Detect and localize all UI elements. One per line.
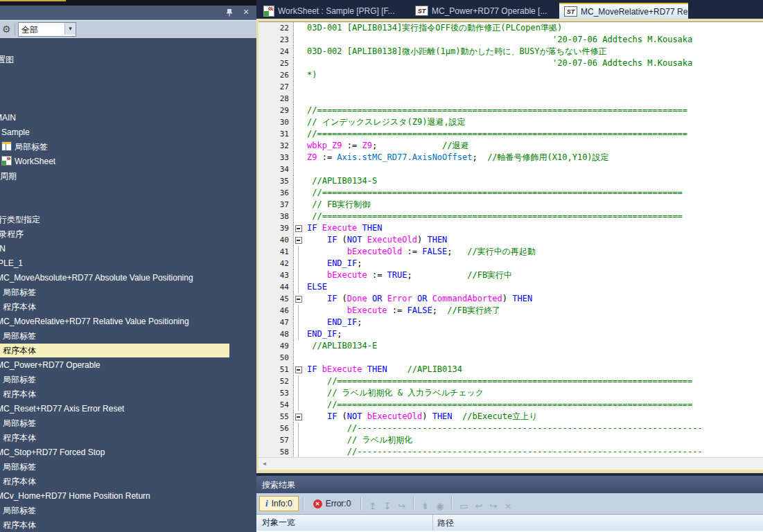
code-line[interactable]: 40 IF (NOT ExecuteOld) THEN (258, 234, 763, 246)
code-line[interactable]: 45 IF (Done OR Error OR CommandAborted) … (258, 293, 763, 305)
code-line[interactable]: 2203D-001 [APLIB0134]実行指令OFF後の動作修正(PLCop… (258, 22, 763, 34)
find-icon[interactable]: ◉ (436, 501, 444, 511)
line-number: 22 (258, 22, 294, 34)
tree-item[interactable]: 执行类型指定 (0, 213, 255, 227)
code-line[interactable]: 58 //-----------------------------------… (258, 446, 763, 458)
chevron-down-icon[interactable]: ▾ (64, 23, 76, 35)
tree-item[interactable]: 程序本体 (0, 518, 255, 532)
code-line[interactable]: 28 (258, 93, 763, 105)
code-line[interactable]: 42 END_IF; (258, 258, 763, 269)
tree-item[interactable]: 局部标签 (0, 140, 255, 154)
tree-item[interactable]: Sample (0, 125, 255, 139)
horizontal-scrollbar[interactable]: ◄ (258, 457, 763, 470)
nav-back-icon[interactable]: ↩ (475, 501, 483, 511)
error-filter-button[interactable]: ✕ Error:0 (308, 497, 357, 511)
code-line[interactable]: 35 //APLIB0134-S (258, 175, 763, 187)
tree-item[interactable]: 登录程序 (0, 227, 255, 241)
code-line[interactable]: 54 //===================================… (258, 399, 763, 411)
tree-item[interactable]: 局部标签 (0, 504, 255, 517)
code-line[interactable]: 51IF bExecute THEN //APLIB0134 (258, 364, 763, 375)
pin-icon[interactable] (225, 8, 234, 17)
code-line[interactable]: 34 (258, 163, 763, 175)
code-line[interactable]: 23 '20-07-06 Addtechs M.Kousaka (258, 34, 763, 46)
code-line[interactable]: 25 '20-07-06 Addtechs M.Kousaka (258, 57, 763, 69)
line-number: 49 (258, 340, 294, 352)
code-line[interactable]: 48END_IF; (258, 328, 763, 340)
jump-next-icon[interactable]: ↪ (398, 501, 405, 511)
tree-item[interactable]: 程序本体 (0, 387, 255, 401)
stop-icon[interactable]: ▭ (459, 501, 468, 511)
tree-item[interactable]: 局部标签 (0, 373, 255, 387)
code-line[interactable]: 56 //-----------------------------------… (258, 423, 763, 434)
tree-item[interactable]: 程序本体 (0, 300, 255, 314)
code-line[interactable]: 36 //===================================… (258, 187, 763, 199)
code-line[interactable]: 29//====================================… (258, 105, 763, 116)
fold-collapse-icon[interactable] (294, 364, 304, 375)
scroll-left-icon[interactable]: ◄ (258, 458, 270, 470)
code-line[interactable]: 57 // ラベル初期化 (258, 434, 763, 446)
fold-collapse-icon[interactable] (294, 234, 304, 246)
code-line[interactable]: 46 bExecute := FALSE; //FB実行終了 (258, 305, 763, 317)
code-line[interactable]: 33Z9 := Axis.stMC_RD77.AxisNoOffset; //軸… (258, 152, 763, 163)
code-line[interactable]: 30// インデックスレジスタ(Z9)退避,設定 (258, 116, 763, 128)
code-line[interactable]: 47 END_IF; (258, 317, 763, 328)
jump-first-icon[interactable]: ↥ (369, 501, 376, 511)
column-object-list[interactable]: 对象一览 (256, 515, 433, 531)
tree-item[interactable]: MAIN (0, 242, 255, 256)
code-line[interactable]: 31//====================================… (258, 128, 763, 140)
tree-item[interactable]: MC_MoveAbsolute+RD77 Absolute Value Posi… (0, 271, 255, 285)
tree-item[interactable]: WorkSheet (0, 154, 255, 168)
tab-mc-power[interactable]: ST MC_Power+RD77 Operable [... (410, 3, 557, 19)
code-line[interactable]: 49 //APLIB0134-E (258, 340, 763, 352)
code-line[interactable]: 55 IF (NOT bExecuteOld) THEN //bExecute立… (258, 411, 763, 423)
code-line[interactable]: 2403D-002 [APLIB0138]微小距離(1μm)動かした時に、BUS… (258, 46, 763, 57)
tree-item[interactable]: 局部标签 (0, 329, 255, 343)
tree-item[interactable]: MCv_Home+RD77 Home Position Return (0, 489, 255, 503)
clear-icon[interactable]: × (504, 501, 511, 511)
column-path[interactable]: 路径 (433, 515, 454, 531)
gear-icon[interactable]: ⚙ (2, 23, 11, 35)
tree-item[interactable]: 程序本体 (0, 431, 255, 445)
tree-item[interactable]: MC_Power+RD77 Operable (0, 358, 255, 372)
tree-item[interactable]: 程序本体 (0, 475, 255, 488)
code-line[interactable]: 38 //===================================… (258, 211, 763, 222)
tree-item[interactable]: 局部标签 (0, 460, 255, 474)
code-line[interactable]: 44ELSE (258, 281, 763, 293)
code-line[interactable]: 50 (258, 352, 763, 364)
tree-item[interactable]: 局部标签 (0, 285, 255, 299)
code-line[interactable]: 41 bExecuteOld := FALSE; //実行中の再起動 (258, 246, 763, 258)
line-number: 53 (258, 387, 294, 399)
tab-mc-moverelative[interactable]: ST MC_MoveRelative+RD77 Rel... ✕ (559, 3, 688, 19)
tree-item[interactable]: MC_Reset+RD77 Axis Error Reset (0, 402, 255, 416)
jump-last-icon[interactable]: ⇟ (421, 501, 429, 511)
code-line[interactable]: 27 (258, 81, 763, 93)
tree-item[interactable]: 局部标签 (0, 416, 255, 430)
jump-prev-icon[interactable]: ↧ (383, 501, 391, 511)
code-line[interactable]: 39IF Execute THEN (258, 222, 763, 234)
filter-dropdown[interactable]: 全部 ▾ (18, 22, 76, 37)
tree-item-label: MC_MoveAbsolute+RD77 Absolute Value Posi… (0, 273, 193, 283)
tree-item[interactable]: MAIN (0, 111, 255, 125)
tree-item[interactable]: MC_MoveRelative+RD77 Relative Value Posi… (0, 314, 255, 328)
tree-item[interactable]: 周期 (0, 169, 255, 183)
info-filter-button[interactable]: i Info:0 (259, 496, 299, 511)
code-viewport[interactable]: 2203D-001 [APLIB0134]実行指令OFF後の動作修正(PLCop… (258, 21, 763, 458)
worksheet-icon (1, 156, 12, 166)
code-line[interactable]: 26*) (258, 69, 763, 81)
fold-collapse-icon[interactable] (294, 411, 304, 423)
tree-item[interactable]: 程序本体 (0, 344, 229, 357)
nav-forward-icon[interactable]: ↪ (490, 501, 498, 511)
code-line[interactable]: 53 // ラベル初期化 & 入力ラベルチェック (258, 387, 763, 399)
tree-item[interactable]: MC_Stop+RD77 Forced Stop (0, 445, 255, 459)
code-line[interactable]: 52 //===================================… (258, 375, 763, 387)
tree-item[interactable]: 配置图 (0, 53, 255, 66)
code-line[interactable]: 32wbkp_Z9 := Z9; //退避 (258, 140, 763, 152)
close-icon[interactable]: ✕ (241, 6, 251, 17)
code-line[interactable]: 37 // FB実行制御 (258, 199, 763, 211)
tab-worksheet-sample[interactable]: WorkSheet : Sample [PRG] [F... (258, 3, 408, 19)
code-line[interactable]: 43 bExecute := TRUE; //FB実行中 (258, 269, 763, 281)
tree-item[interactable]: SAMPLE_1 (0, 256, 255, 270)
st-icon: ST (564, 6, 577, 17)
fold-collapse-icon[interactable] (294, 222, 304, 234)
fold-collapse-icon[interactable] (294, 293, 304, 305)
